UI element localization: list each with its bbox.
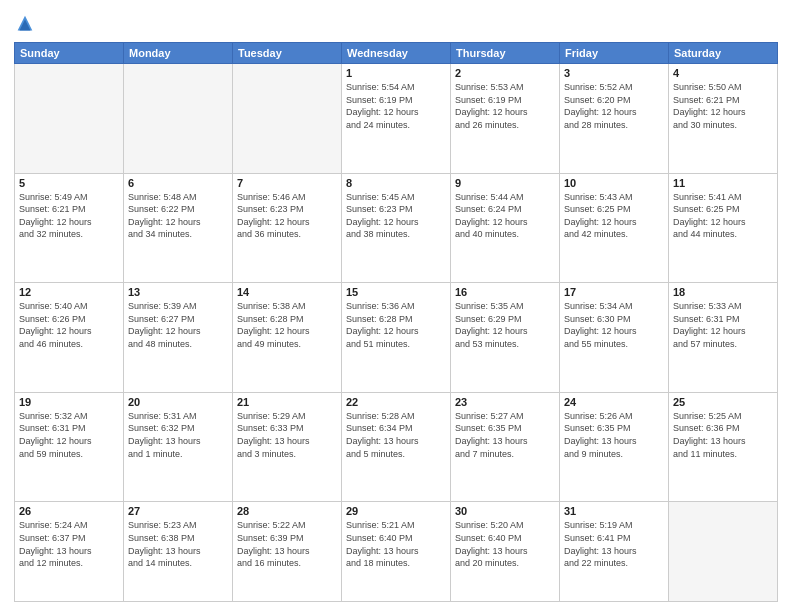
day-info: Sunrise: 5:32 AM Sunset: 6:31 PM Dayligh… [19, 410, 119, 460]
day-info: Sunrise: 5:44 AM Sunset: 6:24 PM Dayligh… [455, 191, 555, 241]
calendar-cell: 2Sunrise: 5:53 AM Sunset: 6:19 PM Daylig… [451, 64, 560, 174]
day-info: Sunrise: 5:49 AM Sunset: 6:21 PM Dayligh… [19, 191, 119, 241]
calendar-cell: 17Sunrise: 5:34 AM Sunset: 6:30 PM Dayli… [560, 283, 669, 393]
day-info: Sunrise: 5:29 AM Sunset: 6:33 PM Dayligh… [237, 410, 337, 460]
calendar-cell: 15Sunrise: 5:36 AM Sunset: 6:28 PM Dayli… [342, 283, 451, 393]
day-info: Sunrise: 5:54 AM Sunset: 6:19 PM Dayligh… [346, 81, 446, 131]
col-header-sunday: Sunday [15, 43, 124, 64]
calendar-cell: 28Sunrise: 5:22 AM Sunset: 6:39 PM Dayli… [233, 502, 342, 602]
calendar-cell: 18Sunrise: 5:33 AM Sunset: 6:31 PM Dayli… [669, 283, 778, 393]
day-info: Sunrise: 5:20 AM Sunset: 6:40 PM Dayligh… [455, 519, 555, 569]
day-info: Sunrise: 5:46 AM Sunset: 6:23 PM Dayligh… [237, 191, 337, 241]
calendar-cell: 13Sunrise: 5:39 AM Sunset: 6:27 PM Dayli… [124, 283, 233, 393]
day-info: Sunrise: 5:31 AM Sunset: 6:32 PM Dayligh… [128, 410, 228, 460]
day-number: 31 [564, 505, 664, 517]
day-number: 24 [564, 396, 664, 408]
day-info: Sunrise: 5:22 AM Sunset: 6:39 PM Dayligh… [237, 519, 337, 569]
day-number: 8 [346, 177, 446, 189]
day-number: 13 [128, 286, 228, 298]
day-info: Sunrise: 5:40 AM Sunset: 6:26 PM Dayligh… [19, 300, 119, 350]
calendar-cell: 14Sunrise: 5:38 AM Sunset: 6:28 PM Dayli… [233, 283, 342, 393]
calendar-cell [124, 64, 233, 174]
logo-icon [14, 14, 36, 36]
day-number: 6 [128, 177, 228, 189]
day-number: 10 [564, 177, 664, 189]
day-info: Sunrise: 5:21 AM Sunset: 6:40 PM Dayligh… [346, 519, 446, 569]
calendar-cell: 21Sunrise: 5:29 AM Sunset: 6:33 PM Dayli… [233, 392, 342, 502]
day-number: 2 [455, 67, 555, 79]
day-number: 19 [19, 396, 119, 408]
day-number: 12 [19, 286, 119, 298]
day-number: 25 [673, 396, 773, 408]
calendar-week-1: 5Sunrise: 5:49 AM Sunset: 6:21 PM Daylig… [15, 173, 778, 283]
calendar-cell [15, 64, 124, 174]
page: SundayMondayTuesdayWednesdayThursdayFrid… [0, 0, 792, 612]
calendar-cell: 24Sunrise: 5:26 AM Sunset: 6:35 PM Dayli… [560, 392, 669, 502]
calendar-cell: 8Sunrise: 5:45 AM Sunset: 6:23 PM Daylig… [342, 173, 451, 283]
day-number: 16 [455, 286, 555, 298]
day-number: 28 [237, 505, 337, 517]
day-number: 15 [346, 286, 446, 298]
day-info: Sunrise: 5:27 AM Sunset: 6:35 PM Dayligh… [455, 410, 555, 460]
calendar-cell: 6Sunrise: 5:48 AM Sunset: 6:22 PM Daylig… [124, 173, 233, 283]
calendar-cell: 12Sunrise: 5:40 AM Sunset: 6:26 PM Dayli… [15, 283, 124, 393]
day-info: Sunrise: 5:39 AM Sunset: 6:27 PM Dayligh… [128, 300, 228, 350]
day-number: 22 [346, 396, 446, 408]
calendar-cell: 9Sunrise: 5:44 AM Sunset: 6:24 PM Daylig… [451, 173, 560, 283]
day-info: Sunrise: 5:50 AM Sunset: 6:21 PM Dayligh… [673, 81, 773, 131]
calendar-cell: 26Sunrise: 5:24 AM Sunset: 6:37 PM Dayli… [15, 502, 124, 602]
calendar-header-row: SundayMondayTuesdayWednesdayThursdayFrid… [15, 43, 778, 64]
day-info: Sunrise: 5:33 AM Sunset: 6:31 PM Dayligh… [673, 300, 773, 350]
col-header-thursday: Thursday [451, 43, 560, 64]
calendar-cell: 10Sunrise: 5:43 AM Sunset: 6:25 PM Dayli… [560, 173, 669, 283]
calendar-cell: 16Sunrise: 5:35 AM Sunset: 6:29 PM Dayli… [451, 283, 560, 393]
day-number: 5 [19, 177, 119, 189]
calendar-cell: 30Sunrise: 5:20 AM Sunset: 6:40 PM Dayli… [451, 502, 560, 602]
calendar-cell [233, 64, 342, 174]
day-number: 29 [346, 505, 446, 517]
day-number: 14 [237, 286, 337, 298]
calendar-cell: 4Sunrise: 5:50 AM Sunset: 6:21 PM Daylig… [669, 64, 778, 174]
calendar-cell: 27Sunrise: 5:23 AM Sunset: 6:38 PM Dayli… [124, 502, 233, 602]
calendar-cell: 3Sunrise: 5:52 AM Sunset: 6:20 PM Daylig… [560, 64, 669, 174]
day-number: 17 [564, 286, 664, 298]
day-number: 20 [128, 396, 228, 408]
calendar-cell: 31Sunrise: 5:19 AM Sunset: 6:41 PM Dayli… [560, 502, 669, 602]
col-header-tuesday: Tuesday [233, 43, 342, 64]
calendar-cell: 23Sunrise: 5:27 AM Sunset: 6:35 PM Dayli… [451, 392, 560, 502]
day-info: Sunrise: 5:23 AM Sunset: 6:38 PM Dayligh… [128, 519, 228, 569]
calendar-cell: 5Sunrise: 5:49 AM Sunset: 6:21 PM Daylig… [15, 173, 124, 283]
calendar-cell: 29Sunrise: 5:21 AM Sunset: 6:40 PM Dayli… [342, 502, 451, 602]
col-header-friday: Friday [560, 43, 669, 64]
day-info: Sunrise: 5:34 AM Sunset: 6:30 PM Dayligh… [564, 300, 664, 350]
day-number: 11 [673, 177, 773, 189]
day-info: Sunrise: 5:43 AM Sunset: 6:25 PM Dayligh… [564, 191, 664, 241]
calendar-cell [669, 502, 778, 602]
day-info: Sunrise: 5:26 AM Sunset: 6:35 PM Dayligh… [564, 410, 664, 460]
calendar-cell: 25Sunrise: 5:25 AM Sunset: 6:36 PM Dayli… [669, 392, 778, 502]
day-info: Sunrise: 5:24 AM Sunset: 6:37 PM Dayligh… [19, 519, 119, 569]
calendar-week-3: 19Sunrise: 5:32 AM Sunset: 6:31 PM Dayli… [15, 392, 778, 502]
calendar-week-4: 26Sunrise: 5:24 AM Sunset: 6:37 PM Dayli… [15, 502, 778, 602]
day-number: 4 [673, 67, 773, 79]
day-info: Sunrise: 5:19 AM Sunset: 6:41 PM Dayligh… [564, 519, 664, 569]
calendar-cell: 20Sunrise: 5:31 AM Sunset: 6:32 PM Dayli… [124, 392, 233, 502]
calendar-week-2: 12Sunrise: 5:40 AM Sunset: 6:26 PM Dayli… [15, 283, 778, 393]
day-number: 23 [455, 396, 555, 408]
calendar-cell: 19Sunrise: 5:32 AM Sunset: 6:31 PM Dayli… [15, 392, 124, 502]
calendar-cell: 7Sunrise: 5:46 AM Sunset: 6:23 PM Daylig… [233, 173, 342, 283]
col-header-saturday: Saturday [669, 43, 778, 64]
day-number: 9 [455, 177, 555, 189]
day-number: 18 [673, 286, 773, 298]
day-number: 30 [455, 505, 555, 517]
calendar-cell: 11Sunrise: 5:41 AM Sunset: 6:25 PM Dayli… [669, 173, 778, 283]
day-info: Sunrise: 5:53 AM Sunset: 6:19 PM Dayligh… [455, 81, 555, 131]
day-number: 27 [128, 505, 228, 517]
day-number: 3 [564, 67, 664, 79]
logo [14, 14, 39, 36]
day-number: 1 [346, 67, 446, 79]
calendar-table: SundayMondayTuesdayWednesdayThursdayFrid… [14, 42, 778, 602]
day-info: Sunrise: 5:36 AM Sunset: 6:28 PM Dayligh… [346, 300, 446, 350]
day-info: Sunrise: 5:38 AM Sunset: 6:28 PM Dayligh… [237, 300, 337, 350]
calendar-cell: 1Sunrise: 5:54 AM Sunset: 6:19 PM Daylig… [342, 64, 451, 174]
